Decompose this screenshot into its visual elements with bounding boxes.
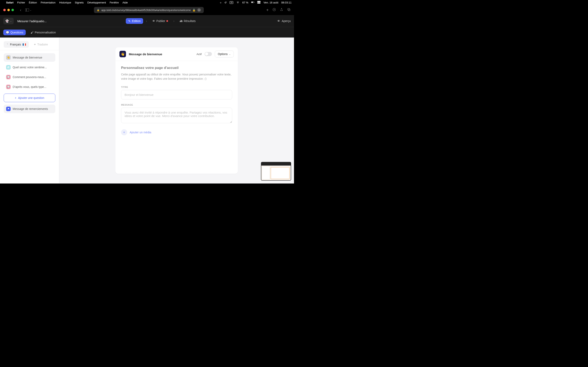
eye-icon: 👁	[277, 19, 280, 23]
section-title: Personnalisez votre page d'accueil	[121, 66, 232, 70]
tab-personalization[interactable]: 🖌 Personnalisation	[28, 30, 58, 35]
svg-rect-8	[288, 8, 290, 10]
pip-preview[interactable]	[261, 162, 291, 181]
step-results[interactable]: Résultats	[177, 18, 198, 24]
stacks-icon[interactable]: ⟐	[220, 1, 222, 4]
wifi-icon[interactable]	[236, 1, 240, 4]
downloads-icon[interactable]	[272, 8, 276, 12]
step-results-label: Résultats	[184, 19, 196, 23]
add-media-button[interactable]: + Ajouter un média	[121, 129, 232, 135]
eye-icon: 👁	[152, 19, 155, 23]
status-dot	[166, 20, 168, 22]
section-description: Cette page apparaît au début de votre en…	[121, 72, 232, 81]
message-input[interactable]	[121, 108, 232, 123]
back-button[interactable]: ‹	[18, 8, 23, 12]
maximize-window-button[interactable]	[11, 9, 14, 11]
share-icon[interactable]	[280, 8, 283, 12]
menubar-time[interactable]: 08:03:11	[281, 1, 292, 4]
step-publish-label: Publier	[156, 19, 165, 23]
active-label: Actif	[196, 53, 201, 56]
page-settings-icon[interactable]: •••	[197, 8, 201, 12]
pip-content	[261, 162, 291, 180]
calendar-icon[interactable]: 16	[229, 1, 233, 4]
menubar-date[interactable]: Ven. 16 août	[263, 1, 278, 4]
survey-title[interactable]: Mesurer l'adéquatio...	[17, 19, 47, 23]
title-field-label: TITRE	[121, 86, 232, 88]
options-button[interactable]: Options ⌄	[215, 50, 234, 58]
window-controls[interactable]	[3, 9, 14, 11]
macos-menubar: Safari Fichier Édition Présentation Hist…	[0, 0, 294, 5]
active-toggle[interactable]	[205, 52, 212, 56]
menu-developpement[interactable]: Développement	[87, 1, 106, 4]
language-label: Français	[10, 43, 21, 46]
question-label: Quel serez votre sentime...	[13, 66, 47, 69]
message-icon: 💬	[6, 75, 11, 79]
timemachine-icon[interactable]: ↺	[224, 1, 227, 4]
svg-rect-10	[180, 21, 181, 22]
chevron-down-icon: ⌄	[10, 20, 12, 22]
new-tab-button[interactable]: +	[266, 8, 269, 12]
question-item-1[interactable]: ◩ Quel serez votre sentime...	[4, 63, 55, 72]
add-question-button[interactable]: + Ajouter une question	[4, 94, 55, 102]
close-window-button[interactable]	[3, 9, 6, 11]
chevron-up-icon: ⌃	[7, 43, 8, 46]
menu-presentation[interactable]: Présentation	[41, 1, 56, 4]
question-label: Message de bienvenue	[13, 56, 42, 59]
step-edition[interactable]: ✎ Edition	[126, 18, 143, 24]
svg-rect-5	[25, 8, 29, 11]
sidebar-toggle-button[interactable]: ⌄	[25, 8, 31, 11]
sub-nav: 💬 Questions 🖌 Personnalisation	[0, 27, 294, 38]
chevron-right-icon: ›	[146, 19, 147, 23]
menu-aide[interactable]: Aide	[122, 1, 128, 4]
question-item-2[interactable]: 💬 Comment pouvons-nous...	[4, 73, 55, 81]
ghost-icon: 👻	[5, 19, 9, 23]
wave-icon: 👋	[120, 51, 126, 57]
address-bar[interactable]: 🔒 app.told.club/survey/66beea8b4aebf52fd…	[94, 7, 204, 13]
tabs-icon[interactable]	[287, 8, 291, 12]
workspace-switcher[interactable]: 👻 ⌄	[3, 18, 14, 24]
chevron-down-icon: ⌄	[229, 53, 231, 55]
svg-rect-1	[251, 2, 253, 3]
title-input[interactable]	[121, 90, 232, 100]
questions-sidebar: ⌃ Français ✦ Traduire 👋 Message de bienv…	[0, 38, 59, 184]
battery-icon[interactable]	[251, 1, 254, 4]
question-item-3[interactable]: 💬 D'après vous, quels type...	[4, 83, 55, 91]
menu-fenetre[interactable]: Fenêtre	[110, 1, 119, 4]
content-area: 👋 Message de bienvenue Actif Options ⌄ P…	[59, 38, 294, 184]
control-center-icon[interactable]	[257, 1, 260, 4]
tab-questions[interactable]: 💬 Questions	[3, 30, 26, 35]
menu-historique[interactable]: Historique	[59, 1, 71, 4]
menu-signets[interactable]: Signets	[75, 1, 84, 4]
svg-rect-4	[257, 2, 260, 3]
svg-rect-9	[288, 9, 290, 11]
wave-icon: 👋	[6, 55, 11, 60]
chat-icon: 💬	[6, 31, 9, 34]
menubar-app-name[interactable]: Safari	[6, 1, 13, 4]
step-publish[interactable]: 👁 Publier	[150, 18, 171, 24]
card-title: Message de bienvenue	[129, 52, 194, 56]
add-question-label: Ajouter une question	[18, 96, 44, 100]
question-label: D'après vous, quels type...	[13, 85, 46, 89]
language-selector[interactable]: ⌃ Français	[4, 41, 29, 48]
minimize-window-button[interactable]	[7, 9, 10, 11]
translate-button[interactable]: ✦ Traduire	[31, 41, 51, 48]
question-item-welcome[interactable]: 👋 Message de bienvenue	[4, 53, 55, 62]
battery-percent: 67 %	[242, 1, 249, 4]
add-media-label: Ajouter un média	[130, 131, 151, 134]
svg-rect-12	[182, 20, 182, 22]
browser-chrome: ‹ ⌄ 🔒 app.told.club/survey/66beea8b4aebf…	[0, 5, 294, 15]
preview-button[interactable]: 👁 Aperçu	[277, 19, 291, 23]
preview-label: Aperçu	[282, 19, 291, 23]
scale-icon: ◩	[6, 65, 11, 69]
svg-rect-11	[181, 20, 181, 22]
options-label: Options	[218, 52, 228, 56]
tab-questions-label: Questions	[10, 31, 23, 34]
translate-label: Traduire	[37, 43, 48, 46]
menu-edition[interactable]: Édition	[29, 1, 37, 4]
main-area: ⌃ Français ✦ Traduire 👋 Message de bienv…	[0, 38, 294, 184]
url-text: app.told.club/survey/66beea8b4aebf52fdb0…	[101, 8, 191, 12]
plus-icon: +	[121, 129, 127, 135]
app-header: 👻 ⌄ Mesurer l'adéquatio... ✎ Edition › 👁…	[0, 15, 294, 27]
menu-fichier[interactable]: Fichier	[17, 1, 25, 4]
question-item-thanks[interactable]: ⚑ Message de remerciements	[4, 105, 55, 113]
